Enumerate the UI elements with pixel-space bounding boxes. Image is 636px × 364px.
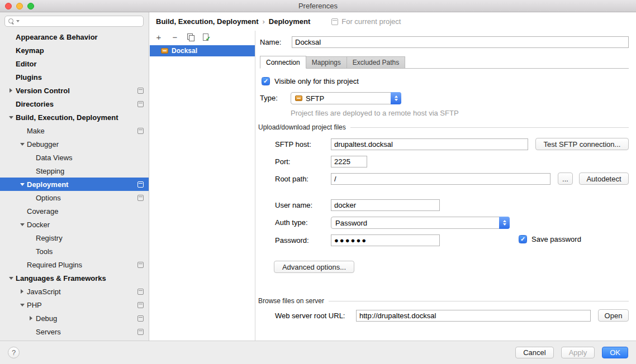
visible-only-checkbox[interactable]: ✓ Visible only for this project [262, 77, 359, 85]
autodetect-button[interactable]: Autodetect [579, 173, 629, 185]
tab-mappings[interactable]: Mappings [306, 56, 347, 68]
sidebar-item-plugins[interactable]: Plugins [0, 70, 149, 84]
sidebar-item-data-views[interactable]: Data Views [0, 151, 149, 164]
chevron-down-icon[interactable] [17, 218, 27, 231]
sidebar-item-debugger[interactable]: Debugger [0, 137, 149, 151]
chevron-down-icon[interactable] [17, 298, 27, 312]
sftp-icon [161, 48, 168, 54]
web-root-input[interactable] [356, 310, 591, 322]
sidebar-item-stepping[interactable]: Stepping [0, 164, 149, 178]
auth-type-dropdown[interactable]: Password [331, 217, 510, 229]
current-project-icon [137, 181, 144, 188]
tree-indent [6, 97, 16, 111]
port-label: Port: [275, 156, 290, 168]
list-toolbar: + − ✓ [150, 31, 255, 43]
sidebar-item-docker[interactable]: Docker [0, 218, 149, 231]
browse-root-path-button[interactable]: ... [558, 173, 573, 185]
current-project-icon [137, 88, 144, 94]
tree-indent [26, 325, 36, 338]
sidebar-item-deployment[interactable]: Deployment [0, 178, 149, 191]
sftp-host-label: SFTP host: [275, 138, 311, 151]
chevron-right-icon[interactable] [6, 84, 16, 97]
web-root-label: Web server root URL: [275, 310, 345, 322]
search-box[interactable] [4, 16, 144, 27]
sidebar-item-servers[interactable]: Servers [0, 325, 149, 338]
breadcrumb-root: Build, Execution, Deployment [156, 17, 258, 26]
use-as-default-icon[interactable]: ✓ [202, 33, 210, 41]
minimize-button[interactable] [16, 3, 23, 9]
search-input[interactable] [21, 17, 140, 25]
chevron-up-down-icon [391, 92, 401, 104]
copy-icon[interactable] [187, 33, 194, 41]
apply-button[interactable]: Apply [561, 347, 595, 358]
chevron-down-icon[interactable] [17, 178, 27, 191]
chevron-down-icon[interactable] [6, 271, 16, 285]
tree-indent [17, 204, 27, 218]
divider [329, 301, 629, 301]
settings-tree: Appearance & Behavior Keymap Editor Plug… [0, 30, 149, 338]
chevron-down-icon[interactable] [6, 111, 16, 124]
save-password-checkbox[interactable]: ✓ Save password [519, 235, 581, 243]
sidebar-item-languages-frameworks[interactable]: Languages & Frameworks [0, 271, 149, 285]
close-button[interactable] [5, 3, 12, 9]
tree-indent [17, 258, 27, 271]
search-area [4, 16, 144, 27]
save-password-label: Save password [531, 235, 581, 243]
sidebar-item-version-control[interactable]: Version Control [0, 84, 149, 97]
checkbox-checked-icon: ✓ [262, 77, 270, 85]
open-button[interactable]: Open [598, 309, 629, 322]
sftp-host-input[interactable] [331, 138, 528, 150]
type-label: Type: [260, 92, 278, 104]
list-item-docksal[interactable]: Docksal [150, 45, 255, 56]
advanced-options-button[interactable]: Advanced options... [274, 261, 354, 273]
current-project-icon [137, 262, 144, 268]
name-input[interactable] [292, 36, 629, 48]
sidebar-item-keymap[interactable]: Keymap [0, 44, 149, 57]
add-icon[interactable]: + [155, 33, 163, 41]
type-dropdown[interactable]: SFTP [291, 92, 401, 104]
sidebar-item-appearance-behavior[interactable]: Appearance & Behavior [0, 30, 149, 44]
cancel-button[interactable]: Cancel [515, 347, 553, 358]
sidebar-item-options[interactable]: Options [0, 191, 149, 204]
current-project-icon [137, 329, 144, 335]
auth-type-value: Password [335, 219, 367, 227]
zoom-button[interactable] [27, 3, 34, 9]
settings-sidebar: Appearance & Behavior Keymap Editor Plug… [0, 12, 149, 341]
current-project-icon [137, 128, 144, 134]
divider [350, 127, 629, 128]
test-sftp-connection-button[interactable]: Test SFTP connection... [535, 138, 629, 150]
sidebar-item-debug[interactable]: Debug [0, 312, 149, 325]
checkbox-checked-icon: ✓ [519, 235, 527, 243]
chevron-down-icon[interactable] [17, 137, 27, 151]
sidebar-item-registry[interactable]: Registry [0, 231, 149, 245]
sidebar-item-build-execution-deployment[interactable]: Build, Execution, Deployment [0, 111, 149, 124]
remove-icon[interactable]: − [171, 33, 179, 41]
ok-button[interactable]: OK [602, 347, 628, 358]
sidebar-item-editor[interactable]: Editor [0, 57, 149, 70]
sidebar-item-tools[interactable]: Tools [0, 245, 149, 258]
breadcrumb-separator: › [262, 17, 264, 26]
type-hint: Project files are deployed to a remote h… [291, 109, 459, 117]
chevron-right-icon[interactable] [17, 285, 27, 298]
port-input[interactable] [331, 156, 367, 167]
sidebar-item-coverage[interactable]: Coverage [0, 204, 149, 218]
auth-type-label: Auth type: [275, 217, 308, 229]
dialog-footer: ? Cancel Apply OK [0, 341, 636, 364]
search-history-chevron-icon[interactable] [16, 20, 20, 22]
chevron-right-icon[interactable] [26, 312, 36, 325]
tab-excluded-paths[interactable]: Excluded Paths [347, 56, 405, 68]
sidebar-item-required-plugins[interactable]: Required Plugins [0, 258, 149, 271]
sidebar-item-javascript[interactable]: JavaScript [0, 285, 149, 298]
sidebar-item-directories[interactable]: Directories [0, 97, 149, 111]
chevron-up-down-icon [499, 217, 510, 229]
password-input[interactable] [331, 234, 440, 246]
help-button[interactable]: ? [8, 347, 20, 358]
sidebar-item-php[interactable]: PHP [0, 298, 149, 312]
user-name-input[interactable] [331, 199, 440, 211]
tree-indent [17, 124, 27, 137]
sidebar-item-make[interactable]: Make [0, 124, 149, 137]
password-label: Password: [275, 234, 309, 247]
visible-only-label: Visible only for this project [274, 77, 359, 85]
tab-connection[interactable]: Connection [260, 56, 306, 69]
root-path-input[interactable] [331, 173, 550, 185]
